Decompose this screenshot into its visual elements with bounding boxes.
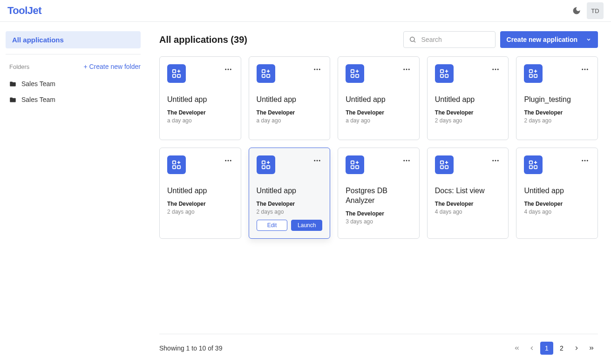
app-card[interactable]: Untitled app The Developer a day ago <box>249 56 331 140</box>
app-time: a day ago <box>257 117 323 124</box>
svg-point-16 <box>317 69 318 70</box>
app-time: 2 days ago <box>257 209 323 215</box>
content: All applications (39) Create new applica… <box>146 22 611 364</box>
app-card[interactable]: Untitled app The Developer 4 days ago <box>516 148 598 239</box>
app-title: Untitled app <box>435 95 501 105</box>
app-title: Untitled app <box>524 186 590 196</box>
app-card[interactable]: Untitled app The Developer 2 days ago <box>159 148 241 239</box>
avatar[interactable]: TD <box>587 2 604 19</box>
main-layout: All applications Folders + Create new fo… <box>0 22 611 364</box>
folder-icon <box>9 80 17 88</box>
svg-rect-26 <box>441 70 443 73</box>
page-next-icon[interactable] <box>570 342 583 355</box>
svg-rect-34 <box>530 70 532 73</box>
page-last-icon[interactable] <box>585 342 598 355</box>
page-number[interactable]: 2 <box>555 342 568 355</box>
app-author: The Developer <box>257 201 323 207</box>
svg-point-47 <box>225 160 226 162</box>
app-time: a day ago <box>167 117 233 124</box>
svg-rect-18 <box>351 70 354 73</box>
app-card[interactable]: Untitled app The Developer a day ago <box>338 56 420 140</box>
app-icon <box>435 155 454 174</box>
svg-point-72 <box>495 160 496 162</box>
page-first-icon[interactable] <box>510 342 523 355</box>
folder-item[interactable]: Sales Team <box>0 76 146 92</box>
svg-point-73 <box>497 160 499 162</box>
svg-point-23 <box>403 69 405 70</box>
app-card[interactable]: Postgres DB Analyzer The Developer 3 day… <box>338 148 420 239</box>
page-title: All applications (39) <box>159 34 247 45</box>
svg-point-17 <box>319 69 320 70</box>
card-menu-icon[interactable] <box>490 64 501 76</box>
app-card[interactable]: Untitled app The Developer a day ago <box>159 56 241 140</box>
create-folder-button[interactable]: + Create new folder <box>83 63 141 70</box>
svg-rect-76 <box>534 166 537 169</box>
card-menu-icon[interactable] <box>580 155 590 168</box>
card-top <box>524 155 590 174</box>
card-menu-icon[interactable] <box>223 155 233 168</box>
card-menu-icon[interactable] <box>312 64 322 76</box>
svg-point-57 <box>319 160 320 162</box>
svg-rect-60 <box>356 166 359 169</box>
app-card[interactable]: Untitled app The Developer 2 days ago Ed… <box>249 148 331 239</box>
svg-rect-35 <box>530 74 532 77</box>
svg-rect-19 <box>351 74 354 77</box>
svg-rect-12 <box>266 74 269 77</box>
chevron-down-icon <box>586 37 591 42</box>
card-menu-icon[interactable] <box>312 155 322 168</box>
create-application-button[interactable]: Create new application <box>500 31 598 48</box>
search-input[interactable] <box>403 31 496 48</box>
card-top <box>524 64 590 83</box>
svg-rect-3 <box>173 74 176 77</box>
edit-button[interactable]: Edit <box>257 220 288 231</box>
svg-rect-20 <box>356 74 359 77</box>
folder-icon <box>9 96 17 103</box>
page-number[interactable]: 1 <box>540 342 553 355</box>
app-icon <box>524 64 543 83</box>
app-title: Untitled app <box>167 95 233 105</box>
card-menu-icon[interactable] <box>580 64 590 76</box>
app-icon <box>167 155 186 174</box>
app-time: 2 days ago <box>167 209 233 215</box>
svg-point-8 <box>227 69 229 70</box>
svg-point-31 <box>493 69 494 70</box>
svg-rect-75 <box>530 166 532 169</box>
app-title: Postgres DB Analyzer <box>346 186 412 206</box>
card-top <box>435 155 501 174</box>
svg-point-24 <box>406 69 407 70</box>
svg-rect-28 <box>445 74 448 77</box>
app-icon <box>167 64 186 83</box>
sidebar-item-all-applications[interactable]: All applications <box>6 31 141 48</box>
card-menu-icon[interactable] <box>401 64 412 76</box>
card-top <box>435 64 501 83</box>
app-icon <box>257 155 275 174</box>
app-title: Plugin_testing <box>524 95 590 105</box>
card-menu-icon[interactable] <box>223 64 233 76</box>
svg-point-81 <box>587 160 588 162</box>
app-card[interactable]: Docs: List view The Developer 4 days ago <box>427 148 509 239</box>
app-title: Untitled app <box>257 186 323 196</box>
svg-point-55 <box>314 160 315 162</box>
card-menu-icon[interactable] <box>401 155 412 168</box>
svg-point-9 <box>230 69 231 70</box>
header-actions: Create new application <box>403 31 598 48</box>
app-card[interactable]: Plugin_testing The Developer 2 days ago <box>516 56 598 140</box>
svg-point-63 <box>403 160 405 162</box>
svg-rect-52 <box>266 166 269 169</box>
app-time: 3 days ago <box>346 218 412 225</box>
svg-rect-74 <box>530 161 532 164</box>
app-card[interactable]: Untitled app The Developer 2 days ago <box>427 56 509 140</box>
card-menu-icon[interactable] <box>490 155 501 168</box>
svg-rect-67 <box>441 166 443 169</box>
logo[interactable]: ToolJet <box>7 5 41 17</box>
app-time: 2 days ago <box>524 117 590 124</box>
sidebar: All applications Folders + Create new fo… <box>0 22 146 364</box>
launch-button[interactable]: Launch <box>291 220 322 231</box>
folder-name: Sales Team <box>21 80 55 88</box>
page-prev-icon[interactable] <box>525 342 538 355</box>
folder-item[interactable]: Sales Team <box>0 92 146 108</box>
theme-toggle-icon[interactable] <box>571 5 582 16</box>
header-right: TD <box>571 2 604 19</box>
svg-rect-4 <box>177 74 180 77</box>
svg-point-7 <box>225 69 226 70</box>
